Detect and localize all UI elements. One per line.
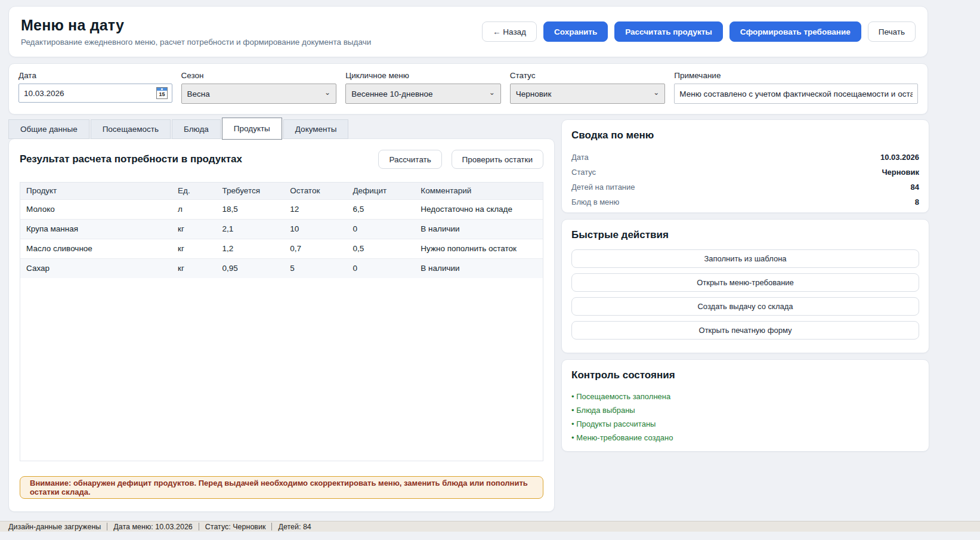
control-item-products: Продукты рассчитаны [571, 417, 919, 431]
date-input[interactable] [18, 84, 172, 103]
table-row[interactable]: Масло сливочное кг 1,2 0,7 0,5 Нужно поп… [20, 239, 543, 258]
note-field-group: Примечание [674, 71, 918, 114]
summary-row-children: Детей на питание 84 [571, 180, 919, 195]
status-bar: Дизайн-данные загружены Дата меню: 10.03… [0, 521, 980, 532]
page-header-text: Меню на дату Редактирование ежедневного … [21, 17, 371, 47]
summary-row-date: Дата 10.03.2026 [571, 150, 919, 165]
tab-bar: Общие данные Посещаемость Блюда Продукты… [8, 119, 350, 139]
cyclic-menu-select[interactable]: Весеннее 10-дневное [345, 84, 501, 104]
table-header-row: Продукт Ед. Требуется Остаток Дефицит Ко… [20, 183, 543, 199]
fill-from-template-button[interactable]: Заполнить из шаблона [571, 249, 919, 268]
status-menu-date: Дата меню: 10.03.2026 [113, 523, 192, 531]
status-design-data: Дизайн-данные загружены [8, 523, 101, 531]
products-panel: Результат расчета потребности в продукта… [8, 138, 555, 512]
save-button[interactable]: Сохранить [543, 21, 608, 42]
quick-actions-card: Быстрые действия Заполнить из шаблона От… [561, 219, 929, 353]
status-select[interactable]: Черновик [510, 84, 666, 104]
products-table: Продукт Ед. Требуется Остаток Дефицит Ко… [20, 183, 543, 278]
summary-row-dishes: Блюд в меню 8 [571, 195, 919, 209]
date-field-group: Дата 15 [18, 71, 172, 114]
status-divider [271, 523, 272, 530]
make-requisition-button[interactable]: Сформировать требование [729, 21, 861, 42]
products-table-container: Продукт Ед. Требуется Остаток Дефицит Ко… [20, 182, 543, 461]
page-subtitle: Редактирование ежедневного меню, расчет … [21, 38, 371, 47]
status-menu-status: Статус: Черновик [205, 523, 266, 531]
check-stock-button[interactable]: Проверить остатки [452, 150, 543, 169]
table-row[interactable]: Молоко л 18,5 12 6,5 Недостаточно на скл… [20, 199, 543, 219]
open-menu-requisition-button[interactable]: Открыть меню-требование [571, 273, 919, 292]
status-field-group: Статус Черновик [510, 71, 666, 114]
date-label: Дата [18, 71, 172, 80]
season-select[interactable]: Весна [181, 84, 337, 104]
note-input[interactable] [674, 84, 918, 104]
tab-documents[interactable]: Документы [283, 119, 349, 139]
summary-row-status: Статус Черновик [571, 165, 919, 180]
status-divider [107, 523, 107, 530]
col-comment: Комментарий [415, 183, 543, 199]
create-warehouse-issue-button[interactable]: Создать выдачу со склада [571, 297, 919, 316]
status-label: Статус [510, 71, 666, 80]
season-select-value: Весна [187, 90, 210, 98]
col-deficit: Дефицит [347, 183, 415, 199]
menu-summary-title: Сводка по меню [571, 129, 919, 141]
col-required: Требуется [216, 183, 284, 199]
col-remainder: Остаток [284, 183, 347, 199]
tab-products[interactable]: Продукты [222, 118, 282, 140]
open-print-form-button[interactable]: Открыть печатную форму [571, 321, 919, 340]
menu-summary-card: Сводка по меню Дата 10.03.2026 Статус Че… [561, 119, 929, 213]
status-divider [199, 523, 199, 530]
page-title: Меню на дату [21, 17, 371, 34]
calculate-products-button[interactable]: Рассчитать продукты [614, 21, 723, 42]
table-row[interactable]: Крупа манная кг 2,1 10 0 В наличии [20, 219, 543, 239]
note-label: Примечание [674, 71, 918, 80]
season-field-group: Сезон Весна [181, 71, 337, 114]
tab-attendance[interactable]: Посещаемость [91, 119, 171, 139]
control-item-dishes: Блюда выбраны [571, 403, 919, 417]
page-header: Меню на дату Редактирование ежедневного … [8, 6, 928, 57]
tab-dishes[interactable]: Блюда [172, 119, 221, 139]
table-row[interactable]: Сахар кг 0,95 5 0 В наличии [20, 258, 543, 278]
state-control-title: Контроль состояния [571, 369, 919, 381]
quick-actions-title: Быстрые действия [571, 229, 919, 241]
state-control-card: Контроль состояния Посещаемость заполнен… [561, 359, 929, 452]
products-panel-title: Результат расчета потребности в продукта… [20, 153, 242, 165]
cyclic-menu-field-group: Цикличное меню Весеннее 10-дневное [345, 71, 501, 114]
sidebar: Сводка по меню Дата 10.03.2026 Статус Че… [561, 119, 929, 458]
print-button[interactable]: Печать [868, 21, 916, 42]
back-button[interactable]: ← Назад [482, 21, 537, 42]
col-product: Продукт [20, 183, 172, 199]
cyclic-menu-label: Цикличное меню [345, 71, 501, 80]
deficit-warning-text: Внимание: обнаружен дефицит продуктов. П… [30, 479, 533, 496]
status-select-value: Черновик [516, 90, 552, 98]
cyclic-menu-select-value: Весеннее 10-дневное [351, 90, 432, 98]
calendar-icon[interactable]: 15 [154, 86, 170, 100]
control-item-requisition: Меню-требование создано [571, 431, 919, 445]
status-children-count: Детей: 84 [278, 523, 311, 531]
col-unit: Ед. [172, 183, 216, 199]
tab-general[interactable]: Общие данные [8, 119, 89, 139]
filters-panel: Дата 15 Сезон Весна Цикличное меню Весен… [8, 63, 928, 115]
calculate-button[interactable]: Рассчитать [378, 150, 441, 169]
products-panel-head: Результат расчета потребности в продукта… [20, 149, 543, 170]
control-item-attendance: Посещаемость заполнена [571, 390, 919, 403]
season-label: Сезон [181, 71, 337, 80]
header-actions: ← Назад Сохранить Рассчитать продукты Сф… [482, 21, 916, 42]
deficit-warning-banner: Внимание: обнаружен дефицит продуктов. П… [20, 476, 543, 499]
